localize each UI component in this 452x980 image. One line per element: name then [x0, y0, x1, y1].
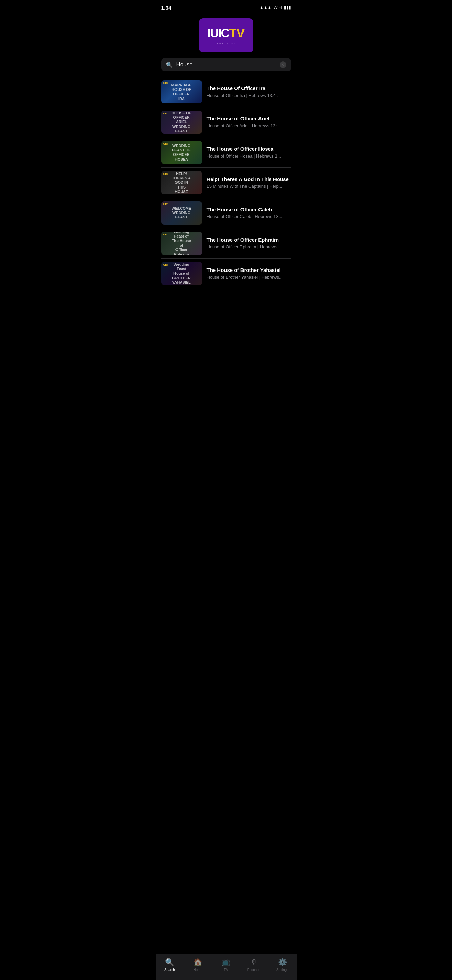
thumbnail: IUIC WEDDINGFEAST OFOFFICER HOSEA [161, 141, 202, 164]
thumb-logo: IUIC [163, 82, 168, 85]
result-title: The House of Officer Hosea [207, 146, 291, 153]
result-info: The House of Officer Caleb House of Offi… [207, 206, 291, 220]
result-info: The House of Officer Ariel House of Offi… [207, 115, 291, 129]
thumb-text: WELCOMEWEDDING FEAST [171, 206, 192, 220]
result-subtitle: House of Brother Yahasiel | Hebrews... [207, 275, 291, 280]
thumb-text: WeddingFeastHouse ofBROTHER YAHASIEL [171, 262, 192, 285]
logo-tagline: EST. 2003 [217, 42, 235, 45]
result-title: The House of Officer Ariel [207, 115, 291, 122]
thumb-logo: IUIC [163, 112, 168, 115]
search-bar[interactable]: 🔍 House × [161, 58, 291, 72]
results-list: IUIC MARRIAGEHOUSE OFOFFICER IRA The Hou… [156, 77, 297, 323]
thumb-text: WEDDINGFEAST OFOFFICER HOSEA [171, 143, 192, 162]
logo-box: IUIC TV EST. 2003 [199, 18, 254, 52]
result-title: The House of Brother Yahasiel [207, 267, 291, 274]
result-subtitle: House of Officer Hosea | Hebrews 1... [207, 153, 291, 159]
battery-icon: ▮▮▮ [284, 5, 291, 10]
list-item[interactable]: IUIC MARRIAGEHOUSE OFOFFICER IRA The Hou… [156, 77, 297, 107]
thumb-text: HOUSE OFOFFICER ARIELWEDDING FEAST [171, 111, 192, 134]
result-title: The House of Officer Ephraim [207, 237, 291, 243]
logo-tv: TV [229, 26, 244, 40]
thumbnail: IUIC WeddingFeastHouse ofBROTHER YAHASIE… [161, 262, 202, 285]
status-icons: ▲▲▲ WiFi ▮▮▮ [260, 5, 291, 10]
thumbnail: IUIC HOUSE OFOFFICER ARIELWEDDING FEAST [161, 111, 202, 134]
result-info: The House of Officer Ephraim House of Of… [207, 237, 291, 250]
result-info: The House of Officer Hosea House of Offi… [207, 146, 291, 159]
list-item[interactable]: IUIC WEDDINGFEAST OFOFFICER HOSEA The Ho… [156, 137, 297, 167]
result-subtitle: House of Officer Ephraim | Hebrews ... [207, 244, 291, 250]
logo-main: IUIC [207, 26, 229, 40]
signal-icon: ▲▲▲ [260, 5, 272, 10]
thumb-logo: IUIC [163, 203, 168, 206]
result-subtitle: House of Officer Ariel | Hebrews 13:... [207, 123, 291, 129]
status-bar: 1:34 ▲▲▲ WiFi ▮▮▮ [156, 0, 297, 15]
result-subtitle: House of Officer Ira | Hebrews 13:4 ... [207, 93, 291, 99]
logo-container: IUIC TV EST. 2003 [156, 15, 297, 58]
result-title: The House of Officer Caleb [207, 206, 291, 213]
thumb-logo: IUIC [163, 172, 168, 176]
list-item[interactable]: IUIC WELCOMEWEDDING FEAST The House of O… [156, 198, 297, 228]
thumbnail: IUIC HELP!THERES AGOD INTHIS HOUSE [161, 171, 202, 194]
thumb-text: MARRIAGEHOUSE OFOFFICER IRA [171, 83, 192, 101]
list-item[interactable]: IUIC HELP!THERES AGOD INTHIS HOUSE Help!… [156, 168, 297, 198]
result-info: The House of Brother Yahasiel House of B… [207, 267, 291, 280]
result-subtitle: House of Officer Caleb | Hebrews 13... [207, 214, 291, 220]
thumb-logo: IUIC [163, 142, 168, 145]
wifi-icon: WiFi [274, 5, 282, 10]
thumb-logo: IUIC [163, 263, 168, 266]
search-clear-button[interactable]: × [279, 61, 286, 68]
thumb-text: WeddingFeast ofThe House ofOfficerEphrai… [171, 232, 192, 255]
result-subtitle: 15 Minutes With The Captains | Help... [207, 184, 291, 189]
thumbnail: IUIC WeddingFeast ofThe House ofOfficerE… [161, 232, 202, 255]
result-info: The House Of Officer Ira House of Office… [207, 85, 291, 99]
result-info: Help! Theres A God In This House 15 Minu… [207, 176, 291, 189]
thumb-text: HELP!THERES AGOD INTHIS HOUSE [171, 172, 192, 194]
status-time: 1:34 [161, 5, 171, 11]
search-icon: 🔍 [166, 62, 173, 68]
thumbnail: IUIC WELCOMEWEDDING FEAST [161, 202, 202, 224]
result-title: The House Of Officer Ira [207, 85, 291, 92]
list-item[interactable]: IUIC HOUSE OFOFFICER ARIELWEDDING FEAST … [156, 107, 297, 137]
thumbnail: IUIC MARRIAGEHOUSE OFOFFICER IRA [161, 80, 202, 103]
list-item[interactable]: IUIC WeddingFeastHouse ofBROTHER YAHASIE… [156, 259, 297, 288]
result-title: Help! Theres A God In This House [207, 176, 291, 183]
thumb-logo: IUIC [163, 233, 168, 236]
search-input[interactable]: House [176, 61, 276, 68]
list-item[interactable]: IUIC WeddingFeast ofThe House ofOfficerE… [156, 228, 297, 258]
